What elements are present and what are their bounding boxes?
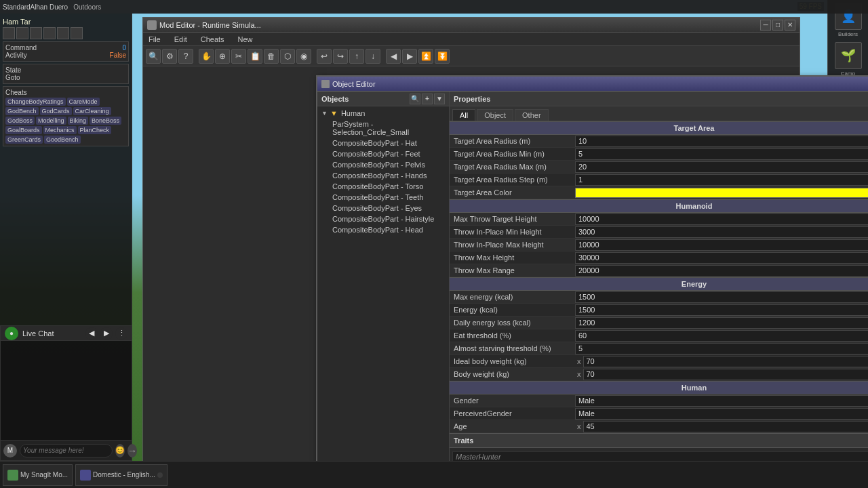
prop-input-body-weight[interactable] xyxy=(583,369,869,380)
tree-item-hands[interactable]: CompositeBodyPart - Hands xyxy=(319,170,448,181)
chat-emoji-btn[interactable]: → xyxy=(127,444,137,458)
prop-input-ideal-body-weight[interactable] xyxy=(583,356,869,367)
cheat-btn-12[interactable]: PlanCheck xyxy=(78,126,112,134)
prop-input-energy[interactable] xyxy=(575,304,868,316)
tb-btn-4[interactable]: ✋ xyxy=(199,49,214,64)
taskbar-item-snagit[interactable]: My SnagIt Mo... xyxy=(3,464,73,486)
prop-label-target-radius-max: Target Area Radius Max (m) xyxy=(450,163,575,171)
tree-item-hairstyle[interactable]: CompositeBodyPart - Hairstyle xyxy=(319,214,448,224)
cheat-btn-2[interactable]: CareMode xyxy=(67,98,100,106)
cheat-btn-13[interactable]: GreenCards xyxy=(5,136,43,144)
objects-add-btn[interactable]: + xyxy=(422,94,433,104)
tb-btn-2[interactable]: ⚙ xyxy=(162,49,177,64)
prop-row-daily-energy-loss: Daily energy loss (kcal) ▲ ▼ xyxy=(450,317,868,329)
minimize-btn[interactable]: ─ xyxy=(760,20,771,30)
tree-item-feet[interactable]: CompositeBodyPart - Feet xyxy=(319,148,448,159)
tb-btn-11[interactable]: ↩ xyxy=(317,49,332,64)
tb-btn-14[interactable]: ↓ xyxy=(366,49,380,64)
tb-btn-1[interactable]: 🔍 xyxy=(146,49,161,64)
prop-value-eat-threshold: ▲ ▼ xyxy=(575,329,868,342)
sidebar-icon-6[interactable] xyxy=(71,27,83,39)
tb-btn-16[interactable]: ▶ xyxy=(402,49,417,64)
tb-btn-17[interactable]: ⏫ xyxy=(418,49,433,64)
tb-btn-15[interactable]: ◀ xyxy=(386,49,401,64)
activity-value: False xyxy=(110,52,126,59)
prop-input-throw-max-height[interactable] xyxy=(575,252,868,264)
tb-btn-9[interactable]: ⬡ xyxy=(280,49,295,64)
tab-all[interactable]: All xyxy=(452,109,475,121)
prop-input-eat-threshold[interactable] xyxy=(575,330,868,342)
taskbar-item-domestic[interactable]: Domestic - English... xyxy=(75,464,167,486)
tb-btn-18[interactable]: ⏬ xyxy=(435,49,450,64)
tree-item-hat[interactable]: CompositeBodyPart - Hat xyxy=(319,138,448,148)
tb-btn-8[interactable]: 🗑 xyxy=(264,49,279,64)
prop-input-target-radius-min[interactable] xyxy=(575,148,868,160)
chat-next-btn[interactable]: ▶ xyxy=(100,327,113,340)
sidebar-icon-2[interactable] xyxy=(16,27,28,39)
cheat-btn-4[interactable]: GodCards xyxy=(40,107,72,115)
cheat-btn-1[interactable]: ChangeBodyRatings xyxy=(5,98,66,106)
tree-item-head[interactable]: CompositeBodyPart - Head xyxy=(319,224,448,235)
chat-message-input[interactable] xyxy=(20,444,113,458)
tree-item-torso[interactable]: CompositeBodyPart - Torso xyxy=(319,181,448,192)
cheat-btn-6[interactable]: GodBoss xyxy=(5,117,35,125)
prop-select-gender[interactable]: Male Female xyxy=(575,395,868,407)
tree-item-human[interactable]: ▼ ▼ Human xyxy=(319,108,448,119)
sidebar-icon-4[interactable] xyxy=(43,27,56,39)
tb-btn-5[interactable]: ⊕ xyxy=(215,49,230,64)
tab-other[interactable]: Other xyxy=(515,109,549,121)
prop-input-starving-threshold[interactable] xyxy=(575,343,868,354)
cheat-btn-9[interactable]: BoneBoss xyxy=(90,117,121,125)
prop-input-target-radius[interactable] xyxy=(575,136,868,147)
tb-btn-7[interactable]: 📋 xyxy=(248,49,262,64)
objects-filter-btn[interactable]: ▼ xyxy=(434,94,445,104)
tree-item-pelvis[interactable]: CompositeBodyPart - Pelvis xyxy=(319,159,448,170)
menu-file[interactable]: File xyxy=(146,34,163,45)
cheat-btn-5[interactable]: CarCleaning xyxy=(73,107,111,115)
objects-panel-header: Objects 🔍 + ▼ xyxy=(317,92,449,106)
tb-btn-6[interactable]: ✂ xyxy=(231,49,246,64)
tab-object[interactable]: Object xyxy=(477,109,513,121)
prop-row-gender: Gender Male Female xyxy=(450,394,868,407)
tb-btn-13[interactable]: ↑ xyxy=(349,49,364,64)
maximize-btn[interactable]: □ xyxy=(772,20,783,30)
prop-input-throw-inplace-min[interactable] xyxy=(575,226,868,238)
sidebar-icon-3[interactable] xyxy=(30,27,42,39)
prop-value-target-radius-max: ▲ ▼ xyxy=(575,161,868,173)
age-prefix: x xyxy=(575,422,583,430)
menu-edit[interactable]: Edit xyxy=(172,34,190,45)
tb-btn-3[interactable]: ? xyxy=(178,49,193,64)
menu-cheats[interactable]: Cheats xyxy=(198,34,227,45)
prop-input-throw-max-range[interactable] xyxy=(575,265,868,277)
tree-item-teeth[interactable]: CompositeBodyPart - Teeth xyxy=(319,192,448,203)
close-btn[interactable]: ✕ xyxy=(785,20,795,30)
cheat-btn-10[interactable]: GoalBoards xyxy=(5,126,42,134)
prop-input-max-throw-height[interactable] xyxy=(575,214,868,225)
tree-item-parsystem[interactable]: ParSystem - Selection_Circle_Small xyxy=(319,119,448,138)
prop-input-target-radius-max[interactable] xyxy=(575,161,868,173)
sidebar-icon-1[interactable] xyxy=(3,27,15,39)
cheat-btn-8[interactable]: Biking xyxy=(68,117,89,125)
chat-prev-btn[interactable]: ◀ xyxy=(85,327,98,340)
prop-input-age[interactable] xyxy=(583,421,869,432)
cheat-btn-11[interactable]: Mechanics xyxy=(43,126,77,134)
prop-select-perceived-gender[interactable]: Male Female xyxy=(575,408,868,420)
prop-input-throw-inplace-max[interactable] xyxy=(575,239,868,251)
chat-options-btn[interactable]: ⋮ xyxy=(115,327,127,340)
prop-input-target-radius-step[interactable] xyxy=(575,174,868,186)
menu-new[interactable]: New xyxy=(235,34,256,45)
right-panel-icon-2[interactable]: 🌱 xyxy=(835,42,862,69)
tree-item-eyes[interactable]: CompositeBodyPart - Eyes xyxy=(319,203,448,214)
color-swatch-target[interactable] xyxy=(575,188,868,198)
prop-input-max-energy[interactable] xyxy=(575,291,868,303)
chat-send-btn[interactable]: 😊 xyxy=(115,444,125,458)
cheat-btn-14[interactable]: GoodBench xyxy=(44,136,81,144)
tb-btn-10[interactable]: ◉ xyxy=(296,49,311,64)
cheat-btn-3[interactable]: GodBench xyxy=(5,107,39,115)
objects-search-btn[interactable]: 🔍 xyxy=(410,94,420,104)
tree-expand-human: ▼ xyxy=(321,110,328,117)
cheat-btn-7[interactable]: Modelling xyxy=(36,117,66,125)
tb-btn-12[interactable]: ↪ xyxy=(333,49,348,64)
sidebar-icon-5[interactable] xyxy=(57,27,69,39)
prop-input-daily-energy-loss[interactable] xyxy=(575,317,868,329)
